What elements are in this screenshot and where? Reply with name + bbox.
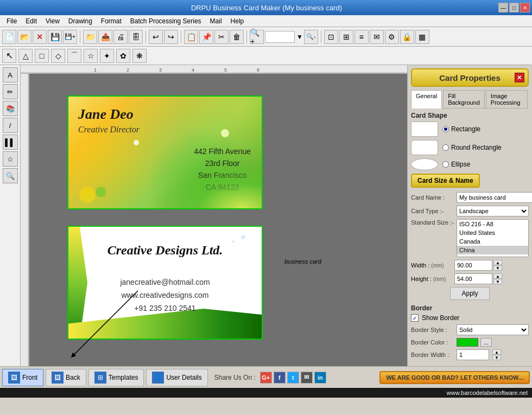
card-canvas[interactable]: Jane Deo Creative Director 442 Fifth Ave… — [29, 74, 407, 366]
open-folder-button[interactable]: 📁 — [83, 30, 97, 44]
fit-page-button[interactable]: ⊡ — [324, 30, 338, 44]
twitter-button[interactable]: t — [287, 372, 299, 384]
menu-drawing[interactable]: Drawing — [64, 16, 97, 26]
delete-button[interactable]: 🗑 — [230, 30, 244, 44]
align-button[interactable]: ≡ — [354, 30, 369, 44]
menu-view[interactable]: View — [41, 16, 64, 26]
select-tool[interactable]: ↖ — [2, 49, 16, 63]
facebook-button[interactable]: f — [274, 372, 286, 384]
user-details-tab-button[interactable]: 👤 User Details — [146, 369, 207, 386]
window-controls[interactable]: — □ ✕ — [498, 3, 530, 12]
library-tool[interactable]: 📚 — [3, 101, 18, 116]
triangle-tool[interactable]: △ — [18, 49, 33, 63]
paste-button[interactable]: 📌 — [199, 30, 213, 44]
rate-us-button[interactable]: WE ARE GOOD OR BAD? LET OTHERS KNOW... — [379, 371, 530, 384]
undo-button[interactable]: ↩ — [149, 30, 163, 44]
zoom-in-button[interactable]: 🔍+ — [250, 30, 264, 44]
standard-size-listbox[interactable]: ISO 216 - A8 United States Canada China — [457, 219, 529, 257]
zoom-out-button[interactable]: 🔍- — [304, 30, 318, 44]
width-input[interactable] — [454, 260, 492, 271]
menu-mail[interactable]: Mail — [206, 16, 226, 26]
new-button[interactable]: 📄 — [2, 30, 16, 44]
apply-button[interactable]: Apply — [450, 287, 489, 300]
round-rectangle-radio[interactable] — [442, 144, 449, 151]
cut-button[interactable]: ✂ — [214, 30, 229, 44]
barcode-tool[interactable]: ▌▌ — [3, 135, 18, 150]
grid-toggle-button[interactable]: ⊞ — [339, 30, 353, 44]
barcode-button[interactable]: ▦ — [415, 30, 429, 44]
email-share-button[interactable]: ✉ — [301, 372, 313, 384]
border-style-select[interactable]: Solid Dashed Dotted — [457, 324, 529, 335]
ellipse-radio[interactable] — [442, 161, 449, 168]
show-border-checkbox[interactable] — [411, 314, 419, 322]
open-button[interactable]: 📂 — [17, 30, 31, 44]
close-button[interactable]: ✕ — [520, 3, 530, 12]
width-decrement[interactable]: ▼ — [493, 265, 502, 271]
lock-button[interactable]: 🔒 — [400, 30, 414, 44]
line-tool[interactable]: / — [3, 118, 18, 133]
starburst-tool[interactable]: ✦ — [100, 49, 114, 63]
border-color-swatch[interactable] — [457, 338, 478, 347]
google-plus-button[interactable]: G+ — [260, 372, 272, 384]
settings-button[interactable]: ⚙ — [385, 30, 399, 44]
gear-tool[interactable]: ✿ — [116, 49, 130, 63]
arc-tool[interactable]: ⌒ — [67, 49, 81, 63]
email-button[interactable]: ✉ — [370, 30, 384, 44]
tab-image-processing[interactable]: Image Processing — [486, 90, 528, 108]
flower-tool[interactable]: ❋ — [132, 49, 147, 63]
copy-button[interactable]: 📋 — [184, 30, 198, 44]
card-type-select[interactable]: Portrait Landscape — [457, 206, 529, 216]
width-increment[interactable]: ▲ — [493, 260, 502, 265]
export-button[interactable]: 📤 — [98, 30, 112, 44]
round-rectangle-option[interactable]: Round Rectangle — [442, 144, 502, 151]
rectangle-option[interactable]: Rectangle — [442, 125, 480, 133]
border-width-decrement[interactable]: ▼ — [492, 355, 501, 360]
ellipse-option[interactable]: Ellipse — [442, 161, 470, 168]
zoom-tool[interactable]: 🔍 — [3, 168, 18, 183]
templates-tab-button[interactable]: ⊞ Templates — [88, 369, 144, 386]
pen-tool[interactable]: ✏ — [3, 84, 18, 99]
height-increment[interactable]: ▲ — [493, 273, 502, 279]
redo-button[interactable]: ↪ — [164, 30, 178, 44]
menu-help[interactable]: Help — [226, 16, 249, 26]
rectangle-radio[interactable] — [442, 126, 449, 132]
diamond-tool[interactable]: ◇ — [51, 49, 65, 63]
minimize-button[interactable]: — — [498, 3, 508, 12]
star-tool[interactable]: ☆ — [84, 49, 98, 63]
print-button[interactable]: 🖨 — [113, 30, 128, 44]
height-input[interactable] — [454, 273, 492, 284]
menu-batch-processing[interactable]: Batch Processing Series — [126, 16, 206, 26]
border-width-input[interactable] — [457, 349, 489, 360]
maximize-button[interactable]: □ — [509, 3, 519, 12]
menu-format[interactable]: Format — [97, 16, 126, 26]
border-color-picker-button[interactable]: ... — [480, 338, 492, 347]
standard-size-row: Standard Size :- ISO 216 - A8 United Sta… — [411, 219, 529, 257]
back-tab-button[interactable]: 🖼 Back — [46, 369, 86, 386]
menu-edit[interactable]: Edit — [21, 16, 41, 26]
front-tab-button[interactable]: 🖼 Front — [2, 369, 43, 386]
width-label: Width : (mm) — [411, 262, 454, 269]
menu-file[interactable]: File — [2, 16, 21, 26]
tab-general[interactable]: General — [411, 90, 442, 108]
rect-tool[interactable]: □ — [35, 49, 49, 63]
save-button[interactable]: 💾 — [48, 30, 62, 44]
close-file-button[interactable]: ✕ — [33, 30, 47, 44]
tab-fill-background[interactable]: Fill Background — [443, 90, 485, 108]
save-as-button[interactable]: 💾+ — [63, 30, 77, 44]
card-size-name-button[interactable]: Card Size & Name — [411, 174, 480, 188]
database-button[interactable]: 🗄 — [129, 30, 143, 44]
zoom-dropdown-icon[interactable]: ▼ — [296, 33, 303, 41]
zoom-input[interactable]: 100% — [265, 31, 295, 43]
standard-size-label: Standard Size :- — [411, 219, 454, 226]
card-front[interactable]: Jane Deo Creative Director 442 Fifth Ave… — [67, 95, 263, 209]
text-tool[interactable]: A — [3, 67, 18, 82]
linkedin-button[interactable]: in — [314, 372, 326, 384]
sparkle1 — [241, 235, 245, 239]
website-url: www.barcodelabelsoftware.net — [447, 390, 528, 396]
close-properties-button[interactable]: ✕ — [515, 73, 524, 82]
card-back[interactable]: Creative Designs Ltd. janecreative@hotma… — [67, 226, 263, 340]
shape-tool[interactable]: ☆ — [3, 151, 18, 167]
card-name-input[interactable] — [457, 192, 532, 203]
border-width-increment[interactable]: ▲ — [492, 349, 501, 355]
height-decrement[interactable]: ▼ — [493, 279, 502, 284]
